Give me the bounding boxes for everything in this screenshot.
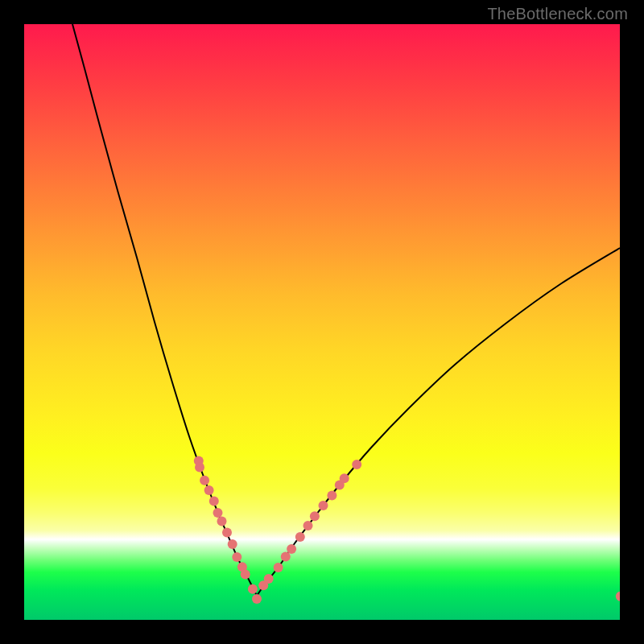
bead-point: [209, 497, 219, 506]
bead-point: [232, 552, 242, 562]
bead-point: [252, 594, 262, 604]
bead-point: [200, 476, 209, 485]
bead-point: [340, 473, 349, 483]
bead-point: [213, 508, 223, 518]
bead-point: [241, 570, 250, 580]
bead-point: [274, 563, 283, 572]
bead-point: [248, 584, 258, 594]
bead-point: [319, 501, 328, 510]
bead-point: [228, 539, 237, 549]
bead-point: [217, 516, 227, 526]
watermark-text: TheBottleneck.com: [487, 5, 628, 23]
bead-point: [222, 528, 232, 538]
curve-left: [72, 24, 257, 596]
bead-point: [264, 574, 274, 584]
bead-point: [295, 532, 305, 542]
chart-svg: [24, 24, 620, 620]
bead-point: [204, 485, 214, 495]
curve-right: [257, 248, 620, 596]
bead-point: [310, 511, 320, 521]
bead-point: [352, 460, 361, 469]
bead-point: [287, 544, 296, 554]
bead-point: [303, 521, 313, 530]
bead-group: [194, 456, 620, 604]
bead-point: [327, 490, 336, 500]
bead-point: [616, 592, 620, 601]
bead-point: [281, 552, 291, 562]
chart-frame: TheBottleneck.com: [0, 0, 644, 644]
bead-point: [195, 463, 204, 473]
